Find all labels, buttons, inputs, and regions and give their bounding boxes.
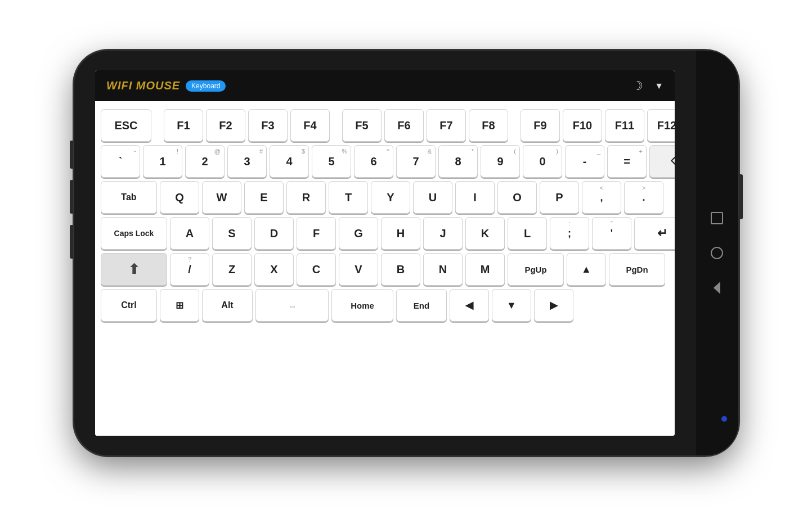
- volume-up-button[interactable]: [70, 141, 73, 169]
- key-period-gt[interactable]: > .: [624, 181, 663, 214]
- key-enter[interactable]: ↵: [634, 217, 675, 250]
- key-7[interactable]: & 7: [396, 145, 436, 178]
- key-f1[interactable]: F1: [164, 109, 203, 142]
- key-backspace[interactable]: ⌫: [649, 145, 675, 178]
- keyboard-badge: Keyboard: [186, 80, 226, 92]
- key-f2[interactable]: F2: [206, 109, 245, 142]
- dropdown-icon[interactable]: ▼: [654, 81, 663, 91]
- number-key-row: ~ ` ! 1 @ 2 # 3 $ 4: [101, 145, 669, 178]
- key-p[interactable]: P: [540, 181, 579, 214]
- key-f8[interactable]: F8: [469, 109, 508, 142]
- app-title: WIFI MOUSE: [106, 79, 180, 92]
- key-r[interactable]: R: [286, 181, 326, 214]
- key-f5[interactable]: F5: [342, 109, 382, 142]
- key-u[interactable]: U: [413, 181, 452, 214]
- key-f7[interactable]: F7: [427, 109, 466, 142]
- key-down-arrow[interactable]: ▼: [492, 289, 531, 322]
- key-f12[interactable]: F12: [647, 109, 675, 142]
- back-icon[interactable]: [711, 247, 723, 259]
- key-v[interactable]: V: [339, 253, 378, 286]
- key-slash[interactable]: ? /: [170, 253, 209, 286]
- key-9[interactable]: ( 9: [481, 145, 520, 178]
- key-right-arrow[interactable]: ▶: [534, 289, 573, 322]
- key-5[interactable]: % 5: [312, 145, 351, 178]
- key-ctrl[interactable]: Ctrl: [101, 289, 157, 322]
- key-end[interactable]: End: [396, 289, 447, 322]
- home-icon[interactable]: [711, 212, 723, 224]
- key-o[interactable]: O: [497, 181, 537, 214]
- key-caps-lock[interactable]: Caps Lock: [101, 217, 167, 250]
- key-z[interactable]: Z: [212, 253, 252, 286]
- key-f[interactable]: F: [297, 217, 336, 250]
- key-alt[interactable]: Alt: [202, 289, 253, 322]
- bottom-key-row: Ctrl ⊞ Alt ⎵ Home End ◀ ▼ ▶: [101, 289, 669, 322]
- key-i[interactable]: I: [455, 181, 495, 214]
- key-left-arrow[interactable]: ◀: [450, 289, 489, 322]
- function-key-row: ESC F1 F2 F3 F4 F5 F6 F7 F8 F9 F10 F11 F…: [101, 109, 669, 142]
- key-backtick[interactable]: ~ `: [101, 145, 140, 178]
- key-h[interactable]: H: [381, 217, 420, 250]
- key-t[interactable]: T: [329, 181, 368, 214]
- key-n[interactable]: N: [423, 253, 463, 286]
- recents-icon[interactable]: [714, 282, 720, 294]
- key-f10[interactable]: F10: [563, 109, 602, 142]
- key-comma-lt[interactable]: < ,: [582, 181, 621, 214]
- zxcv-key-row: ⬆ ? / Z X C V B N M PgUp ▲ PgDn: [101, 253, 669, 286]
- nav-bar: [696, 51, 738, 455]
- key-up-arrow[interactable]: ▲: [567, 253, 606, 286]
- key-space[interactable]: ⎵: [255, 289, 329, 322]
- key-pgdn[interactable]: PgDn: [609, 253, 665, 286]
- key-f4[interactable]: F4: [290, 109, 330, 142]
- key-f9[interactable]: F9: [521, 109, 560, 142]
- key-4[interactable]: $ 4: [270, 145, 309, 178]
- keyboard-area: ESC F1 F2 F3 F4 F5 F6 F7 F8 F9 F10 F11 F…: [95, 101, 675, 436]
- key-0[interactable]: ) 0: [523, 145, 562, 178]
- key-2[interactable]: @ 2: [185, 145, 225, 178]
- key-k[interactable]: K: [465, 217, 505, 250]
- key-s[interactable]: S: [212, 217, 252, 250]
- key-a[interactable]: A: [170, 217, 209, 250]
- key-y[interactable]: Y: [371, 181, 410, 214]
- key-q[interactable]: Q: [160, 181, 199, 214]
- phone-screen: WIFI MOUSE Keyboard ☽ ▼ ESC F1 F2 F3 F4 …: [95, 70, 675, 436]
- key-x[interactable]: X: [254, 253, 294, 286]
- key-m[interactable]: M: [465, 253, 505, 286]
- night-mode-icon[interactable]: ☽: [632, 79, 643, 93]
- qwerty-key-row: Tab Q W E R T Y U I O P < , > .: [101, 181, 669, 214]
- key-equals[interactable]: + =: [607, 145, 647, 178]
- top-bar-actions: ☽ ▼: [632, 79, 663, 93]
- volume-down-button[interactable]: [70, 180, 73, 214]
- asdf-key-row: Caps Lock A S D F G H J K L : ; " ': [101, 217, 669, 250]
- key-semicolon[interactable]: : ;: [550, 217, 589, 250]
- key-win[interactable]: ⊞: [160, 289, 199, 322]
- key-pgup[interactable]: PgUp: [508, 253, 564, 286]
- key-tab[interactable]: Tab: [101, 181, 157, 214]
- phone-frame: WIFI MOUSE Keyboard ☽ ▼ ESC F1 F2 F3 F4 …: [74, 51, 738, 455]
- key-home[interactable]: Home: [331, 289, 393, 322]
- key-c[interactable]: C: [297, 253, 336, 286]
- key-f6[interactable]: F6: [384, 109, 424, 142]
- key-1[interactable]: ! 1: [143, 145, 182, 178]
- key-3[interactable]: # 3: [227, 145, 267, 178]
- key-b[interactable]: B: [381, 253, 420, 286]
- key-esc[interactable]: ESC: [101, 109, 151, 142]
- key-w[interactable]: W: [202, 181, 241, 214]
- key-j[interactable]: J: [423, 217, 463, 250]
- key-shift[interactable]: ⬆: [101, 253, 167, 286]
- side-button[interactable]: [70, 225, 73, 259]
- key-g[interactable]: G: [339, 217, 378, 250]
- key-e[interactable]: E: [244, 181, 284, 214]
- key-l[interactable]: L: [508, 217, 547, 250]
- key-6[interactable]: ^ 6: [354, 145, 393, 178]
- key-f3[interactable]: F3: [248, 109, 288, 142]
- power-button[interactable]: [739, 174, 743, 219]
- key-quote[interactable]: " ': [592, 217, 631, 250]
- key-d[interactable]: D: [254, 217, 294, 250]
- top-bar: WIFI MOUSE Keyboard ☽ ▼: [95, 70, 675, 101]
- key-minus[interactable]: _ -: [565, 145, 604, 178]
- indicator-dot: [721, 416, 727, 422]
- key-f11[interactable]: F11: [605, 109, 644, 142]
- key-8[interactable]: * 8: [438, 145, 478, 178]
